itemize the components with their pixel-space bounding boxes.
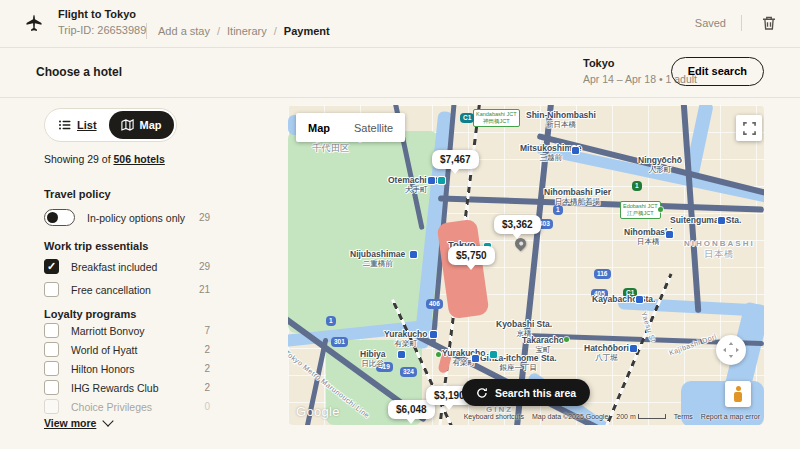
route-shield: 301	[331, 337, 348, 347]
in-policy-label: In-policy options only	[87, 212, 199, 224]
map-view-button[interactable]: Map	[109, 111, 174, 139]
list-view-button[interactable]: List	[47, 111, 109, 139]
tokyo-station-highlight	[437, 219, 490, 320]
route-shield: 324	[400, 367, 417, 377]
map-label-nihombashi-district: NIHONBASHI日本橋	[684, 239, 755, 259]
in-policy-toggle[interactable]	[44, 209, 75, 226]
cancellation-checkbox[interactable]	[44, 282, 59, 297]
hotel-price-marker[interactable]: $3,362	[494, 215, 541, 234]
filter-row-choice: Choice Privileges 0	[44, 398, 210, 415]
station-icon	[428, 177, 435, 184]
map-label-takaracho: Takaracho宝町	[522, 335, 564, 354]
choice-checkbox	[44, 399, 59, 414]
ihg-label: IHG Rewards Club	[71, 382, 204, 394]
scale-label: 200 m	[616, 413, 665, 420]
search-this-area-button[interactable]: Search this area	[462, 379, 590, 406]
station-icon	[636, 296, 643, 303]
pegman-icon	[734, 386, 742, 402]
terms-link[interactable]: Terms	[674, 413, 693, 420]
pegman-control[interactable]	[725, 381, 751, 407]
map-label-jct: Kandabashi JCT神田橋JCT	[473, 109, 520, 127]
marriott-label: Marriott Bonvoy	[71, 325, 204, 337]
hotel-price-marker[interactable]: $7,467	[432, 150, 479, 169]
map-label-yurakucho-1: Yurakucho有楽町	[384, 329, 427, 348]
saved-status: Saved	[695, 17, 726, 29]
filter-row-breakfast: ✓ Breakfast included 29	[44, 258, 210, 275]
route-shield: 1	[553, 205, 563, 215]
map-label-kayabacho: Kayabacho Sta.	[592, 294, 655, 304]
map-label-otemachi: Otemachi Sta.大手町	[388, 175, 445, 194]
edit-search-button[interactable]: Edit search	[671, 57, 764, 86]
view-more-link[interactable]: View more	[44, 417, 112, 429]
map-label-hibiya: Hibiya日比谷	[360, 349, 386, 368]
breadcrumb-itinerary[interactable]: Itinerary	[227, 25, 267, 37]
trash-icon[interactable]	[760, 14, 778, 32]
trip-title: Flight to Tokyo	[58, 8, 136, 20]
breadcrumb-add-a-stay[interactable]: Add a stay	[158, 25, 210, 37]
trip-id: Trip-ID: 26653989	[58, 24, 146, 36]
route-shield: 116	[594, 269, 611, 279]
google-logo: Google	[296, 404, 340, 419]
filter-row-marriott: Marriott Bonvoy 7	[44, 322, 210, 339]
work-trip-title: Work trip essentials	[44, 240, 148, 252]
map-label-shin-nihombashi: Shin-Nihombashi新日本橋	[526, 110, 596, 129]
sub-header: Choose a hotel Tokyo Apr 14 – Apr 18 • 1…	[0, 47, 800, 98]
station-icon	[438, 177, 445, 184]
chevron-down-icon	[103, 415, 114, 426]
map-label-jct: Edobashi JCT江戸橋JCT	[620, 201, 661, 219]
hilton-label: Hilton Honors	[71, 363, 204, 375]
hotel-price-marker[interactable]: $5,750	[448, 246, 495, 265]
ihg-checkbox[interactable]	[44, 380, 59, 395]
map-attribution: Keyboard shortcuts Map data ©2025 Google…	[464, 413, 760, 420]
results-count-prefix: Showing 29 of	[44, 153, 113, 165]
map-canvas[interactable]: Kandabashi JCT神田橋JCT Edobashi JCT江戸橋JCT …	[288, 105, 764, 425]
breadcrumb-payment[interactable]: Payment	[284, 25, 330, 37]
choice-count: 0	[204, 401, 210, 412]
map-label-nijubashimae: Nijubashimae二重橋前	[350, 249, 405, 268]
map-icon	[121, 119, 134, 131]
in-policy-count: 29	[199, 212, 210, 223]
breadcrumb: Add a stay/Itinerary/Payment	[158, 25, 330, 37]
keyboard-shortcuts-link[interactable]: Keyboard shortcuts	[464, 413, 524, 420]
hyatt-checkbox[interactable]	[44, 342, 59, 357]
marriott-checkbox[interactable]	[44, 323, 59, 338]
map-type-satellite-button[interactable]: Satellite	[342, 122, 405, 134]
filter-row-hilton: Hilton Honors 2	[44, 360, 210, 377]
in-policy-filter-row: In-policy options only 29	[44, 209, 210, 226]
hilton-count: 2	[204, 363, 210, 374]
hotel-count-link[interactable]: 506 hotels	[113, 153, 164, 165]
breadcrumb-separator: /	[217, 25, 220, 37]
hyatt-label: World of Hyatt	[71, 344, 204, 356]
station-icon	[490, 351, 497, 358]
refresh-icon	[476, 387, 488, 399]
list-icon	[59, 120, 71, 130]
pan-control[interactable]	[716, 335, 746, 365]
route-shield: 1	[632, 181, 642, 191]
fullscreen-button[interactable]	[736, 115, 762, 141]
map-type-map-button[interactable]: Map	[296, 122, 342, 134]
station-icon	[718, 217, 725, 224]
breakfast-checkbox[interactable]: ✓	[44, 259, 59, 274]
tree-icon	[658, 207, 663, 212]
choice-label: Choice Privileges	[71, 401, 204, 413]
divider	[146, 23, 147, 39]
hilton-checkbox[interactable]	[44, 361, 59, 376]
hyatt-count: 2	[204, 344, 210, 355]
view-toggle: List Map	[44, 108, 177, 142]
airplane-icon	[24, 13, 44, 33]
travel-policy-title: Travel policy	[44, 188, 111, 200]
station-icon	[430, 331, 437, 338]
report-map-error-link[interactable]: Report a map error	[701, 413, 760, 420]
fullscreen-icon	[743, 122, 756, 135]
map-label-ningyocho: Ningyōchō人形町	[638, 155, 682, 174]
map-view-label: Map	[140, 119, 162, 131]
route-shield: C1	[460, 113, 474, 123]
cancellation-label: Free cancellation	[71, 284, 199, 296]
cancellation-count: 21	[199, 284, 210, 295]
station-icon	[630, 345, 637, 352]
breadcrumb-separator: /	[274, 25, 277, 37]
tree-icon	[564, 337, 569, 342]
loyalty-title: Loyalty programs	[44, 308, 136, 320]
toggle-knob	[47, 212, 58, 223]
route-shield: 406	[426, 299, 443, 309]
